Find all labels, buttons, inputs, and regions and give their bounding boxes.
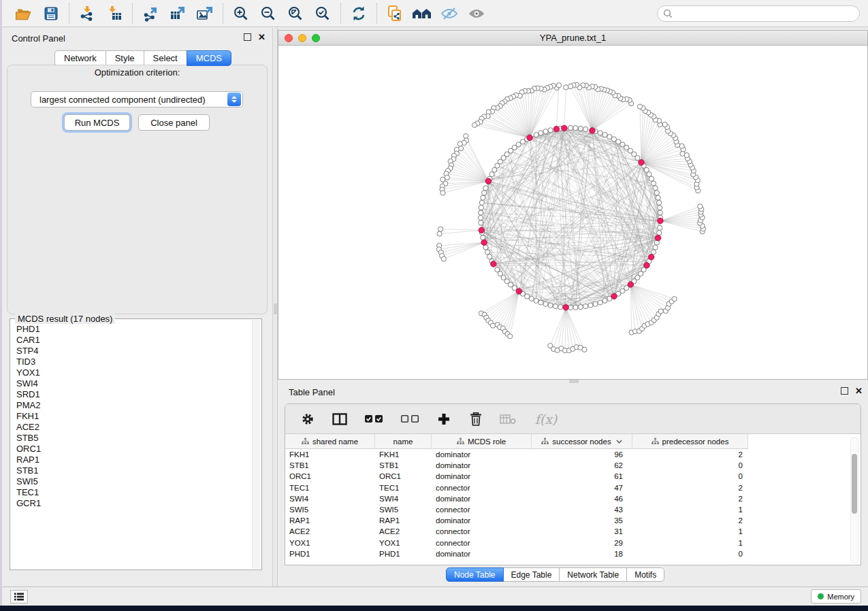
graph-ring-node[interactable] — [568, 125, 573, 130]
graph-ring-node[interactable] — [611, 137, 616, 142]
table-row[interactable]: TEC1TEC1connector472 — [285, 482, 861, 493]
graph-ring-node[interactable] — [548, 303, 553, 308]
mcds-result-item[interactable]: PHD1 — [11, 323, 251, 334]
graph-ring-node[interactable] — [651, 250, 656, 254]
graph-ring-node[interactable] — [543, 129, 548, 134]
import-network-icon[interactable] — [75, 3, 99, 24]
graph-hub-node[interactable] — [527, 135, 532, 140]
graph-leaf-node[interactable] — [568, 84, 573, 88]
tab-motifs[interactable]: Motifs — [626, 567, 664, 582]
tab-network[interactable]: Network — [54, 50, 106, 66]
graph-leaf-node[interactable] — [490, 323, 495, 328]
column-header-predecessor-nodes[interactable]: predecessor nodes — [632, 434, 748, 448]
export-image-icon[interactable] — [193, 3, 217, 24]
graph-hub-node[interactable] — [563, 305, 568, 310]
zoom-in-icon[interactable] — [229, 3, 253, 24]
network-canvas[interactable] — [278, 45, 868, 380]
graph-ring-node[interactable] — [651, 181, 656, 186]
add-column-icon[interactable] — [435, 410, 453, 428]
graph-hub-node[interactable] — [485, 178, 491, 184]
graph-ring-node[interactable] — [573, 305, 578, 310]
graph-ring-node[interactable] — [654, 191, 659, 195]
table-row[interactable]: SWI4SWI4dominator462 — [285, 493, 861, 504]
graph-ring-node[interactable] — [653, 186, 658, 191]
open-file-icon[interactable] — [12, 3, 36, 24]
close-panel-button[interactable]: Close panel — [138, 114, 210, 131]
graph-leaf-node[interactable] — [441, 257, 446, 261]
mcds-result-item[interactable]: SWI5 — [11, 476, 251, 486]
run-mcds-button[interactable]: Run MCDS — [64, 114, 130, 131]
save-session-icon[interactable] — [39, 3, 63, 24]
graph-ring-node[interactable] — [578, 305, 583, 310]
graph-hub-node[interactable] — [491, 261, 496, 267]
graph-hub-node[interactable] — [479, 227, 484, 233]
graph-ring-node[interactable] — [529, 296, 534, 301]
mcds-result-item[interactable]: ORC1 — [11, 443, 251, 454]
zoom-selected-icon[interactable] — [310, 3, 335, 24]
table-row[interactable]: SWI5SWI5connector431 — [285, 504, 861, 515]
graph-leaf-node[interactable] — [437, 231, 442, 236]
close-panel-icon[interactable]: ✕ — [855, 387, 863, 395]
zoom-out-icon[interactable] — [256, 3, 280, 24]
table-row[interactable]: PHD1PHD1dominator180 — [285, 548, 861, 559]
network-graph[interactable] — [278, 46, 867, 379]
float-panel-icon[interactable] — [841, 387, 848, 395]
graph-ring-node[interactable] — [598, 131, 602, 135]
graph-ring-node[interactable] — [602, 298, 607, 303]
graph-ring-node[interactable] — [573, 126, 578, 131]
graph-leaf-node[interactable] — [637, 104, 642, 109]
tab-network-table[interactable]: Network Table — [559, 567, 627, 582]
graph-leaf-node[interactable] — [658, 309, 663, 314]
column-settings-icon[interactable] — [299, 410, 317, 428]
graph-ring-node[interactable] — [489, 172, 494, 177]
graph-hub-node[interactable] — [516, 288, 521, 294]
graph-leaf-node[interactable] — [438, 227, 443, 231]
graph-hub-node[interactable] — [648, 254, 654, 260]
graph-ring-node[interactable] — [479, 200, 484, 205]
graph-ring-node[interactable] — [649, 176, 654, 181]
graph-ring-node[interactable] — [479, 210, 483, 215]
network-window-titlebar[interactable]: YPA_prune.txt_1 — [278, 30, 868, 45]
graph-leaf-node[interactable] — [508, 334, 513, 339]
graph-ring-node[interactable] — [478, 215, 483, 220]
graph-hub-node[interactable] — [481, 240, 487, 245]
graph-ring-node[interactable] — [657, 231, 662, 235]
graph-hub-node[interactable] — [639, 160, 644, 165]
graph-ring-node[interactable] — [602, 132, 607, 137]
table-row[interactable]: ACE2ACE2connector311 — [285, 526, 861, 537]
graph-ring-node[interactable] — [534, 132, 539, 137]
deselect-all-checkboxes-icon[interactable] — [399, 410, 421, 428]
tab-mcds[interactable]: MCDS — [187, 50, 231, 66]
graph-ring-node[interactable] — [525, 294, 530, 299]
graph-ring-node[interactable] — [539, 131, 543, 135]
graph-leaf-node[interactable] — [698, 204, 703, 209]
graph-ring-node[interactable] — [487, 254, 492, 259]
graph-hub-node[interactable] — [562, 125, 567, 131]
graph-ring-node[interactable] — [658, 210, 662, 215]
column-header-name[interactable]: name — [375, 434, 432, 448]
graph-ring-node[interactable] — [548, 128, 553, 133]
float-panel-icon[interactable] — [244, 33, 251, 41]
graph-ring-node[interactable] — [553, 304, 558, 309]
select-all-checkboxes-icon[interactable] — [363, 410, 385, 428]
split-columns-icon[interactable] — [331, 410, 349, 428]
graph-leaf-node[interactable] — [582, 347, 587, 352]
clone-network-icon[interactable] — [383, 3, 407, 24]
graph-leaf-node[interactable] — [440, 191, 445, 195]
task-history-button[interactable] — [10, 590, 28, 604]
refresh-icon[interactable] — [347, 3, 371, 24]
splitter-grip[interactable] — [274, 303, 277, 314]
graph-ring-node[interactable] — [485, 250, 489, 254]
mcds-result-item[interactable]: TEC1 — [11, 486, 251, 497]
graph-ring-node[interactable] — [583, 127, 588, 131]
table-row[interactable]: ORC1ORC1dominator610 — [285, 471, 861, 482]
delete-column-icon[interactable] — [467, 410, 485, 428]
graph-ring-node[interactable] — [512, 286, 517, 291]
graph-leaf-node[interactable] — [472, 122, 477, 127]
export-table-icon[interactable] — [165, 3, 190, 24]
tab-style[interactable]: Style — [106, 50, 144, 66]
mcds-result-item[interactable]: STB5 — [11, 432, 251, 443]
column-header-successor-nodes[interactable]: successor nodes — [532, 434, 632, 448]
optimization-criterion-dropdown[interactable]: largest connected component (undirected) — [31, 91, 243, 108]
mcds-result-item[interactable]: RAP1 — [11, 454, 251, 465]
